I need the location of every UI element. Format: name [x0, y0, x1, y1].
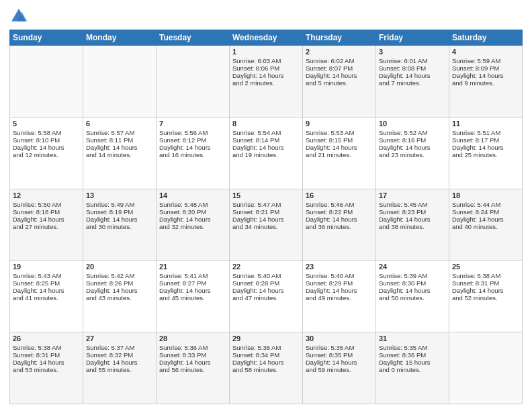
day-cell: 19Sunrise: 5:43 AMSunset: 8:25 PMDayligh…: [10, 261, 83, 332]
day-info-line: Daylight: 14 hours: [379, 287, 446, 294]
day-cell: 25Sunrise: 5:38 AMSunset: 8:31 PMDayligh…: [449, 261, 523, 332]
day-info-line: and 34 minutes.: [232, 223, 300, 230]
day-cell: [83, 46, 157, 118]
day-info-line: and 59 minutes.: [306, 366, 373, 373]
day-info-line: and 2 minutes.: [232, 79, 300, 87]
day-cell: [449, 332, 523, 404]
day-info-line: Sunrise: 5:44 AM: [452, 201, 519, 208]
day-number: 16: [306, 191, 373, 199]
day-info-line: and 55 minutes.: [86, 366, 153, 373]
day-number: 1: [232, 48, 300, 56]
day-info-line: Sunset: 8:15 PM: [306, 136, 373, 144]
day-cell: 23Sunrise: 5:40 AMSunset: 8:29 PMDayligh…: [303, 261, 376, 332]
day-cell: 30Sunrise: 5:35 AMSunset: 8:35 PMDayligh…: [303, 332, 376, 404]
day-number: 26: [13, 334, 80, 342]
day-info-line: Daylight: 14 hours: [379, 216, 446, 223]
day-info-line: Sunrise: 5:58 AM: [13, 129, 80, 136]
day-info-line: Sunrise: 5:43 AM: [13, 272, 80, 279]
day-number: 31: [379, 334, 446, 342]
day-info-line: Daylight: 14 hours: [86, 144, 153, 151]
header-row: SundayMondayTuesdayWednesdayThursdayFrid…: [10, 30, 523, 46]
day-info-line: Sunrise: 6:01 AM: [379, 57, 446, 64]
col-header-sunday: Sunday: [10, 30, 83, 46]
day-number: 4: [452, 48, 519, 56]
day-number: 7: [159, 120, 226, 128]
day-number: 23: [306, 263, 373, 271]
week-row-2: 5Sunrise: 5:58 AMSunset: 8:10 PMDaylight…: [10, 117, 523, 189]
day-info-line: Sunset: 8:07 PM: [306, 64, 373, 72]
day-number: 5: [13, 120, 80, 128]
day-info-line: Sunset: 8:31 PM: [452, 279, 519, 287]
day-cell: 29Sunrise: 5:36 AMSunset: 8:34 PMDayligh…: [230, 332, 303, 404]
day-info-line: Sunrise: 5:48 AM: [159, 201, 226, 208]
day-info-line: Sunrise: 5:38 AM: [13, 344, 80, 351]
day-info-line: and 47 minutes.: [232, 294, 300, 302]
calendar-table: SundayMondayTuesdayWednesdayThursdayFrid…: [9, 30, 523, 404]
day-number: 24: [379, 263, 446, 271]
day-cell: 6Sunrise: 5:57 AMSunset: 8:11 PMDaylight…: [83, 117, 157, 189]
day-info-line: and 40 minutes.: [452, 223, 519, 230]
day-cell: 17Sunrise: 5:45 AMSunset: 8:23 PMDayligh…: [376, 189, 449, 261]
week-row-5: 26Sunrise: 5:38 AMSunset: 8:31 PMDayligh…: [10, 332, 523, 404]
day-number: 6: [86, 120, 153, 128]
day-info-line: Sunrise: 5:46 AM: [306, 201, 373, 208]
day-info-line: Sunset: 8:27 PM: [159, 279, 226, 287]
day-info-line: and 45 minutes.: [159, 294, 226, 302]
col-header-thursday: Thursday: [303, 30, 376, 46]
day-info-line: Sunrise: 5:50 AM: [13, 201, 80, 208]
day-cell: 24Sunrise: 5:39 AMSunset: 8:30 PMDayligh…: [376, 261, 449, 332]
day-info-line: Sunrise: 6:02 AM: [306, 57, 373, 64]
day-number: 11: [452, 120, 519, 128]
col-header-wednesday: Wednesday: [230, 30, 303, 46]
day-number: 12: [13, 191, 80, 199]
day-info-line: Sunrise: 5:35 AM: [306, 344, 373, 351]
day-number: 30: [306, 334, 373, 342]
day-info-line: Sunset: 8:12 PM: [159, 136, 226, 144]
day-info-line: Sunset: 8:33 PM: [159, 351, 226, 359]
day-info-line: Daylight: 14 hours: [13, 359, 80, 366]
day-info-line: Sunset: 8:26 PM: [86, 279, 153, 287]
day-cell: 28Sunrise: 5:36 AMSunset: 8:33 PMDayligh…: [157, 332, 230, 404]
day-cell: 22Sunrise: 5:40 AMSunset: 8:28 PMDayligh…: [230, 261, 303, 332]
day-cell: 12Sunrise: 5:50 AMSunset: 8:18 PMDayligh…: [10, 189, 83, 261]
day-info-line: Sunset: 8:34 PM: [232, 351, 300, 359]
day-info-line: Daylight: 14 hours: [86, 359, 153, 366]
day-cell: [10, 46, 83, 118]
day-cell: 31Sunrise: 5:35 AMSunset: 8:36 PMDayligh…: [376, 332, 449, 404]
day-number: 22: [232, 263, 300, 271]
day-info-line: Daylight: 14 hours: [306, 216, 373, 223]
day-cell: 1Sunrise: 6:03 AMSunset: 8:06 PMDaylight…: [230, 46, 303, 118]
day-cell: 11Sunrise: 5:51 AMSunset: 8:17 PMDayligh…: [449, 117, 523, 189]
day-info-line: and 43 minutes.: [86, 294, 153, 302]
day-info-line: Daylight: 14 hours: [452, 287, 519, 294]
col-header-tuesday: Tuesday: [157, 30, 230, 46]
day-number: 28: [159, 334, 226, 342]
day-info-line: Daylight: 14 hours: [379, 144, 446, 151]
day-info-line: Daylight: 14 hours: [159, 287, 226, 294]
day-number: 19: [13, 263, 80, 271]
day-number: 14: [159, 191, 226, 199]
day-info-line: Daylight: 14 hours: [452, 144, 519, 151]
day-info-line: Sunset: 8:18 PM: [13, 208, 80, 216]
day-info-line: and 25 minutes.: [452, 151, 519, 158]
day-number: 9: [306, 120, 373, 128]
col-header-monday: Monday: [83, 30, 157, 46]
day-info-line: Daylight: 14 hours: [452, 72, 519, 79]
day-info-line: Sunset: 8:32 PM: [86, 351, 153, 359]
day-cell: 13Sunrise: 5:49 AMSunset: 8:19 PMDayligh…: [83, 189, 157, 261]
day-number: 29: [232, 334, 300, 342]
day-number: 3: [379, 48, 446, 56]
day-info-line: Sunset: 8:30 PM: [379, 279, 446, 287]
day-info-line: Daylight: 14 hours: [379, 72, 446, 79]
day-info-line: Sunset: 8:21 PM: [232, 208, 300, 216]
day-info-line: Sunrise: 5:51 AM: [452, 129, 519, 136]
day-info-line: Sunset: 8:09 PM: [452, 64, 519, 72]
day-info-line: Sunrise: 5:40 AM: [232, 272, 300, 279]
day-info-line: Daylight: 15 hours: [379, 359, 446, 366]
day-info-line: Daylight: 14 hours: [159, 359, 226, 366]
day-cell: 4Sunrise: 5:59 AMSunset: 8:09 PMDaylight…: [449, 46, 523, 118]
day-cell: 14Sunrise: 5:48 AMSunset: 8:20 PMDayligh…: [157, 189, 230, 261]
day-info-line: Sunset: 8:20 PM: [159, 208, 226, 216]
day-cell: [157, 46, 230, 118]
day-info-line: and 21 minutes.: [306, 151, 373, 158]
